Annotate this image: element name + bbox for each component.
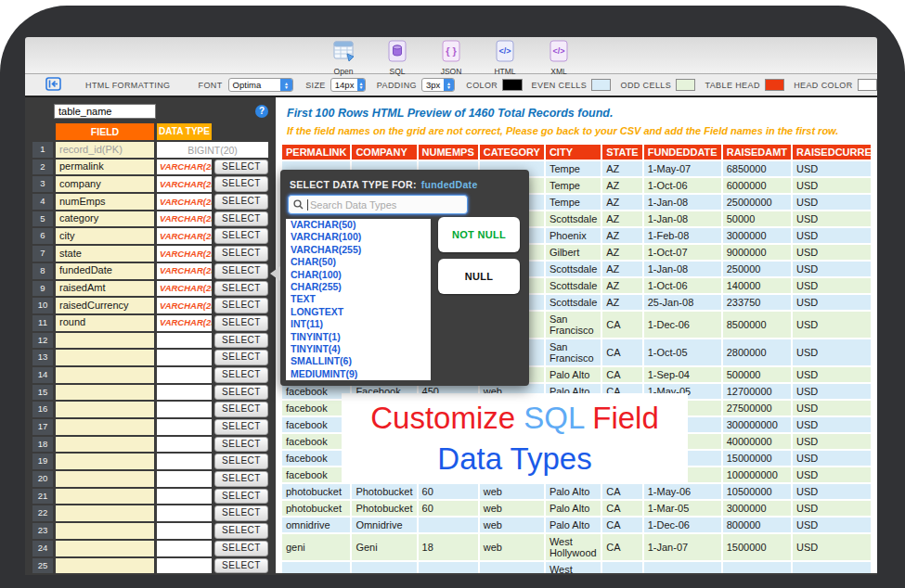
padding-select[interactable]: 3px ▲▼ xyxy=(421,78,455,92)
datatype-value-cell: VARCHAR(255) xyxy=(157,281,212,297)
preview-data-cell: facebook xyxy=(282,451,350,466)
datatype-option[interactable]: CHAR(100) xyxy=(286,269,431,281)
select-datatype-button[interactable]: SELECT xyxy=(214,437,268,453)
datatype-option[interactable]: CHAR(255) xyxy=(286,281,431,293)
select-datatype-button[interactable]: SELECT xyxy=(214,471,268,487)
sql-button[interactable]: SQL xyxy=(378,40,417,76)
select-datatype-button[interactable]: SELECT xyxy=(214,281,268,297)
datatype-option[interactable]: TINYINT(1) xyxy=(286,331,431,343)
datatype-option[interactable]: MEDIUMINT(9) xyxy=(286,368,431,380)
collapse-panel-icon[interactable] xyxy=(45,77,61,93)
head-color-label: HEAD COLOR xyxy=(794,81,853,90)
even-cells-color-swatch[interactable] xyxy=(591,79,611,91)
datatype-option[interactable]: LONGTEXT xyxy=(286,306,431,318)
preview-data-cell: 1-Oct-07 xyxy=(644,245,721,260)
select-datatype-button[interactable]: SELECT xyxy=(214,541,268,556)
select-datatype-button[interactable]: SELECT xyxy=(214,523,268,539)
preview-data-cell: USD xyxy=(793,211,871,226)
datatype-option[interactable]: CHAR(50) xyxy=(286,256,431,268)
xml-button[interactable]: </> XML xyxy=(539,40,578,76)
select-datatype-button[interactable]: SELECT xyxy=(214,402,268,417)
preview-data-cell: Scottsdale xyxy=(546,278,601,293)
select-datatype-button[interactable]: SELECT xyxy=(214,211,268,227)
row-number: 1 xyxy=(32,142,53,158)
preview-data-cell: USD xyxy=(793,367,871,382)
preview-data-cell: 800000 xyxy=(723,518,791,532)
select-datatype-button[interactable]: SELECT xyxy=(214,228,268,244)
select-datatype-button[interactable]: SELECT xyxy=(214,333,268,349)
preview-data-cell: 1500000 xyxy=(723,534,791,560)
select-datatype-button[interactable]: SELECT xyxy=(214,558,268,574)
datatype-option[interactable]: VARCHAR(50) xyxy=(286,219,431,231)
fieldnames-warning: If the field names on the grid are not c… xyxy=(287,125,838,136)
datatype-option[interactable]: INT(11) xyxy=(286,318,431,330)
open-button[interactable]: Open xyxy=(324,40,363,76)
preview-data-cell: photobucket xyxy=(282,484,350,499)
preview-data-cell: 27500000 xyxy=(723,401,791,415)
help-icon[interactable]: ? xyxy=(255,105,268,118)
not-null-button[interactable]: NOT NULL xyxy=(438,217,520,252)
preview-data-cell: USD xyxy=(793,434,871,449)
preview-data-cell: CA xyxy=(602,367,641,382)
select-datatype-button[interactable]: SELECT xyxy=(214,315,268,331)
select-datatype-button[interactable]: SELECT xyxy=(214,454,268,469)
null-button[interactable]: NULL xyxy=(438,259,520,294)
select-datatype-button[interactable]: SELECT xyxy=(214,419,268,435)
row-number: 19 xyxy=(32,454,53,469)
select-datatype-button[interactable]: SELECT xyxy=(214,385,268,401)
preview-data-row: photobucketPhotobucket60webPalo AltoCA1-… xyxy=(282,501,871,516)
preview-data-cell xyxy=(419,518,478,532)
size-select[interactable]: 14px ▲▼ xyxy=(330,78,366,92)
table-head-color-swatch[interactable] xyxy=(765,79,784,91)
select-datatype-button[interactable]: SELECT xyxy=(214,489,268,505)
head-color-swatch[interactable] xyxy=(858,79,877,91)
preview-table-header-row: PERMALINKCOMPANYNUMEMPSCATEGORYCITYSTATE… xyxy=(282,145,871,160)
preview-data-cell: USD xyxy=(793,417,871,432)
font-select-arrows-icon: ▲▼ xyxy=(280,79,292,91)
size-select-arrows-icon: ▲▼ xyxy=(357,79,364,91)
datatype-option[interactable]: SMALLINT(6) xyxy=(286,355,431,367)
datatype-value-cell xyxy=(157,505,212,521)
html-button[interactable]: </> HTML xyxy=(485,40,524,76)
preview-data-cell: USD xyxy=(793,245,871,260)
datatype-option[interactable]: TINYINT(4) xyxy=(286,343,431,355)
preview-data-cell: CA xyxy=(602,534,641,560)
select-datatype-button[interactable]: SELECT xyxy=(214,350,268,365)
preview-data-cell xyxy=(602,562,641,573)
preview-data-cell: Scottsdale xyxy=(546,262,601,276)
html-document-icon: </> xyxy=(495,40,515,66)
preview-data-cell xyxy=(419,562,478,573)
text-color-swatch[interactable] xyxy=(502,79,522,91)
preview-column-header: CATEGORY xyxy=(480,145,544,160)
preview-column-header: PERMALINK xyxy=(282,145,350,160)
field-column-header: FIELD xyxy=(56,123,154,140)
select-datatype-button[interactable]: SELECT xyxy=(214,298,268,313)
format-bar: HTML FORMATTING FONT Optima ▲▼ SIZE 14px… xyxy=(25,74,877,97)
select-datatype-button[interactable]: SELECT xyxy=(214,194,268,210)
datatype-option[interactable]: VARCHAR(100) xyxy=(286,231,431,243)
row-number: 20 xyxy=(32,471,53,487)
select-datatype-button[interactable]: SELECT xyxy=(214,176,268,192)
search-input[interactable]: Search Data Types xyxy=(288,195,468,214)
datatype-value-cell xyxy=(157,489,212,505)
datatype-option[interactable]: TEXT xyxy=(286,293,431,305)
row-number: 7 xyxy=(32,246,53,262)
select-datatype-button[interactable]: SELECT xyxy=(214,367,268,383)
preview-data-cell: Palo Alto xyxy=(546,367,601,382)
select-datatype-button[interactable]: SELECT xyxy=(214,160,268,175)
json-button[interactable]: { } JSON xyxy=(432,40,471,76)
table-name-input[interactable] xyxy=(54,104,156,119)
font-select[interactable]: Optima ▲▼ xyxy=(228,78,294,92)
open-grid-icon xyxy=(331,40,356,66)
preview-data-cell: USD xyxy=(793,467,871,482)
preview-data-cell: CA xyxy=(602,339,641,365)
odd-cells-color-swatch[interactable] xyxy=(676,79,695,91)
select-datatype-button[interactable]: SELECT xyxy=(214,246,268,262)
select-datatype-button[interactable]: SELECT xyxy=(214,263,268,279)
preview-data-cell: USD xyxy=(793,339,871,365)
preview-data-cell: USD xyxy=(793,228,871,243)
preview-data-cell: 3000000 xyxy=(723,228,791,243)
select-datatype-button[interactable]: SELECT xyxy=(214,505,268,521)
preview-data-cell: USD xyxy=(793,195,871,210)
datatype-option[interactable]: VARCHAR(255) xyxy=(286,244,431,256)
